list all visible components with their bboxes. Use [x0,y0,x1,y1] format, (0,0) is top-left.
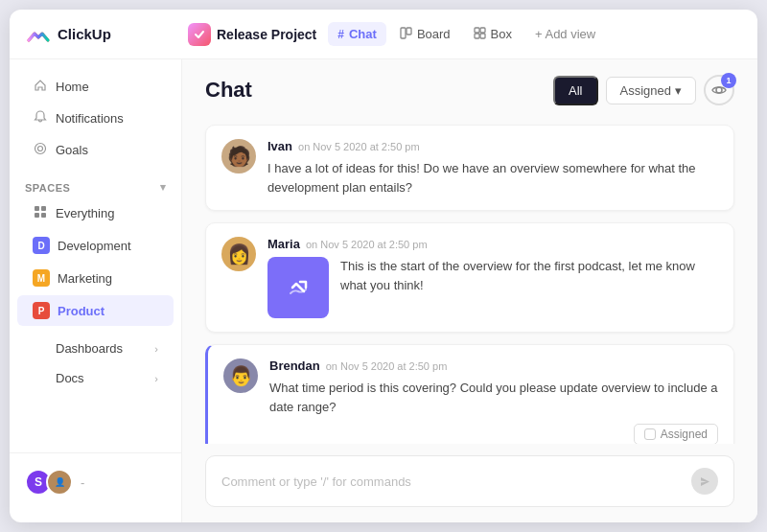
ivan-time: on Nov 5 2020 at 2:50 pm [298,141,420,152]
ivan-meta: Ivan on Nov 5 2020 at 2:50 pm [267,139,718,153]
message-card: 👨 Brendan on Nov 5 2020 at 2:50 pm What … [205,344,734,444]
maria-text: This is the start of the overview for th… [340,257,718,294]
page-title: Chat [205,78,252,103]
filter-all-button[interactable]: All [553,76,597,105]
sidebar: Home Notifications Goals [10,59,182,522]
svg-point-7 [38,147,43,151]
docs-chevron: › [154,373,158,384]
svg-point-12 [716,87,722,93]
avatar-stack: S 👤 [25,469,73,496]
add-view-button[interactable]: + Add view [525,22,605,46]
tab-chat[interactable]: # Chat [328,22,386,46]
maria-time: on Nov 5 2020 at 2:50 pm [306,239,428,250]
send-button[interactable] [691,468,718,495]
svg-rect-8 [35,206,39,211]
message-card: 🧑🏾 Ivan on Nov 5 2020 at 2:50 pm I have … [205,125,734,211]
sidebar-bottom: S 👤 - [10,452,181,511]
svg-rect-2 [475,28,479,33]
svg-rect-1 [407,28,411,35]
assigned-btn-area: Assigned [269,424,718,444]
svg-rect-11 [41,213,46,218]
sidebar-item-goals[interactable]: Goals [17,135,174,165]
everything-icon [33,205,48,221]
project-icon [188,23,211,46]
ivan-avatar: 🧑🏾 [221,139,256,173]
header-nav: Release Project # Chat Board [188,22,742,47]
comment-placeholder: Comment or type '/' for commands [221,474,411,489]
chevron-down-icon: ▾ [675,83,682,98]
project-name: Release Project [188,23,316,46]
brendan-meta: Brendan on Nov 5 2020 at 2:50 pm [269,359,718,373]
messages-area[interactable]: 🧑🏾 Ivan on Nov 5 2020 at 2:50 pm I have … [182,117,757,444]
brendan-text: What time period is this covering? Could… [269,379,718,416]
ivan-text: I have a lot of ideas for this! Do we ha… [267,159,718,197]
user-area[interactable]: S 👤 - [10,461,181,503]
sidebar-item-development[interactable]: D Development [17,230,174,261]
maria-attach-area: This is the start of the overview for th… [267,257,718,318]
brendan-message-body: Brendan on Nov 5 2020 at 2:50 pm What ti… [269,359,718,444]
brendan-author: Brendan [269,359,320,373]
sidebar-item-marketing[interactable]: M Marketing [17,263,174,293]
sidebar-item-notifications[interactable]: Notifications [17,104,174,133]
clickup-logo-icon [25,21,52,48]
logo-text: ClickUp [58,26,111,42]
home-icon [33,79,48,95]
assigned-tag-button[interactable]: Assigned [634,424,718,444]
svg-rect-0 [401,28,406,38]
attachment-thumbnail[interactable] [267,257,329,318]
ivan-author: Ivan [267,139,292,153]
content-header: Chat All Assigned ▾ 1 [182,59,757,117]
svg-rect-10 [35,213,39,218]
svg-rect-4 [475,34,479,38]
message-card: 👩 Maria on Nov 5 2020 at 2:50 pm [205,222,734,333]
spaces-section-header: Spaces ▾ [10,173,181,197]
brendan-time: on Nov 5 2020 at 2:50 pm [326,360,448,372]
filter-assigned-button[interactable]: Assigned ▾ [606,77,696,104]
sidebar-item-dashboards[interactable]: Dashboards › [17,335,174,362]
hash-icon: # [337,28,344,41]
sidebar-item-product[interactable]: P Product [17,295,174,326]
filter-area: All Assigned ▾ 1 [553,75,734,105]
ivan-message-body: Ivan on Nov 5 2020 at 2:50 pm I have a l… [267,139,718,197]
goals-icon [33,142,48,158]
sidebar-item-everything[interactable]: Everything [17,198,174,228]
notification-badge: 1 [721,73,736,88]
top-header: ClickUp Release Project # Chat [10,10,757,59]
user-avatar-photo: 👤 [46,469,73,496]
logo-area: ClickUp [25,21,188,48]
comment-input-box[interactable]: Comment or type '/' for commands [205,455,734,507]
notifications-icon [33,110,48,127]
svg-rect-5 [480,34,485,38]
sidebar-item-home[interactable]: Home [17,72,174,102]
svg-point-6 [35,144,46,154]
comment-area: Comment or type '/' for commands [182,444,757,522]
maria-author: Maria [267,237,300,251]
main-area: Home Notifications Goals [10,59,757,522]
maria-avatar: 👩 [221,237,256,271]
box-icon [474,27,486,42]
app-window: ClickUp Release Project # Chat [10,10,757,522]
board-icon [400,27,412,42]
notification-button[interactable]: 1 [704,75,734,105]
maria-message-body: Maria on Nov 5 2020 at 2:50 pm This is t… [267,237,718,318]
marketing-dot: M [33,269,50,287]
svg-rect-9 [41,206,46,211]
assigned-checkbox[interactable] [644,428,656,440]
development-dot: D [33,237,50,254]
tab-box[interactable]: Box [464,22,522,47]
spaces-chevron[interactable]: ▾ [160,181,167,194]
svg-rect-3 [480,28,485,33]
product-dot: P [33,302,50,319]
sidebar-item-docs[interactable]: Docs › [17,364,174,392]
dashboards-chevron: › [154,343,158,355]
content-area: Chat All Assigned ▾ 1 [182,59,757,522]
maria-meta: Maria on Nov 5 2020 at 2:50 pm [267,237,718,251]
tab-board[interactable]: Board [390,22,460,47]
brendan-avatar: 👨 [223,359,258,393]
